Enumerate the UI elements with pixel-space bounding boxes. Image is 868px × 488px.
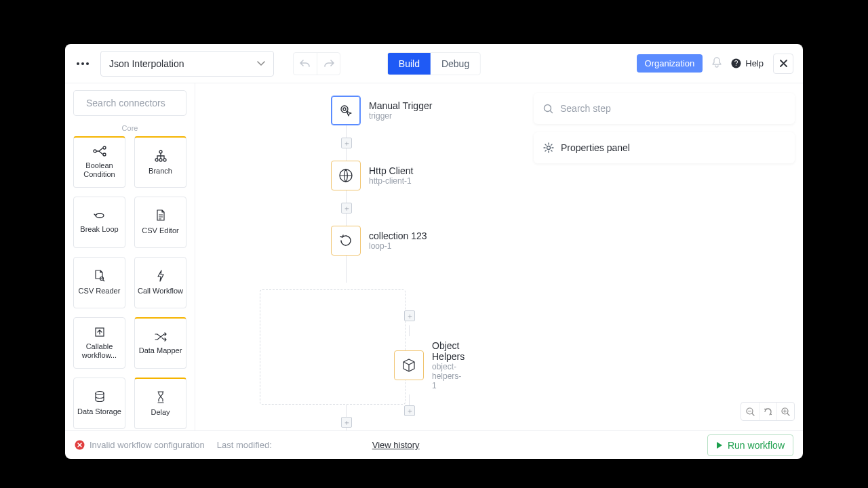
svg-point-8 bbox=[103, 153, 106, 156]
help-icon: ? bbox=[731, 58, 741, 68]
gear-icon bbox=[543, 142, 554, 153]
zoom-out-button[interactable] bbox=[741, 403, 759, 420]
connector-search[interactable] bbox=[73, 90, 186, 116]
connector-csv-editor[interactable]: CSV Editor bbox=[134, 197, 186, 248]
node-title: Manual Trigger bbox=[369, 100, 432, 111]
node-http-client[interactable]: Http Client http-client-1 bbox=[331, 161, 616, 190]
view-history-link[interactable]: View history bbox=[372, 440, 420, 450]
connector-branch[interactable]: Branch bbox=[134, 136, 186, 188]
status-bar: Invalid workflow configuration Last modi… bbox=[65, 430, 803, 459]
connector-data-mapper[interactable]: Data Mapper bbox=[134, 317, 186, 369]
connector-call-workflow[interactable]: Call Workflow bbox=[134, 257, 186, 308]
zoom-reset-button[interactable] bbox=[759, 403, 776, 420]
right-panel: Properties panel bbox=[534, 93, 795, 163]
undo-redo-group bbox=[293, 52, 340, 75]
card-label: Delay bbox=[151, 408, 170, 417]
zoom-out-icon bbox=[746, 407, 755, 416]
undo-icon bbox=[300, 59, 311, 68]
connector-callable-workflow[interactable]: Callable workflow... bbox=[73, 317, 125, 369]
error-status: Invalid workflow configuration bbox=[75, 440, 205, 450]
cursor-click-icon bbox=[338, 103, 353, 118]
tab-debug[interactable]: Debug bbox=[431, 53, 480, 75]
search-step-input[interactable] bbox=[560, 103, 785, 114]
add-step-button[interactable]: ＋ bbox=[341, 203, 352, 214]
card-label: Data Storage bbox=[77, 407, 121, 416]
help-button[interactable]: ? Help bbox=[731, 58, 764, 68]
svg-point-11 bbox=[159, 159, 162, 161]
connector-data-storage[interactable]: Data Storage bbox=[73, 378, 125, 429]
file-edit-icon bbox=[155, 209, 166, 222]
error-text: Invalid workflow configuration bbox=[90, 440, 205, 450]
loop-container: ＋ Object Helpers object-helpers-1 bbox=[260, 289, 406, 405]
workflow-selector[interactable]: Json Interpolation bbox=[100, 51, 274, 77]
card-label: Call Workflow bbox=[138, 287, 183, 296]
tab-build[interactable]: Build bbox=[388, 53, 431, 75]
connector-grid: Boolean Condition Branch Break Loop CSV … bbox=[73, 136, 186, 429]
run-label: Run workflow bbox=[728, 440, 785, 451]
section-core-label: Core bbox=[73, 124, 186, 132]
toolbar: Json Interpolation Build Debug Organizat… bbox=[65, 44, 803, 83]
add-step-button[interactable]: ＋ bbox=[341, 417, 352, 428]
node-icon-box bbox=[331, 226, 361, 256]
properties-panel-toggle[interactable]: Properties panel bbox=[534, 132, 795, 163]
node-title: Http Client bbox=[369, 165, 413, 176]
app-body: Core Boolean Condition Branch Break Loop… bbox=[65, 83, 803, 430]
app-window: Json Interpolation Build Debug Organizat… bbox=[65, 44, 803, 459]
svg-point-0 bbox=[77, 62, 79, 65]
connector-line bbox=[346, 428, 347, 430]
connector-line bbox=[346, 256, 347, 283]
run-workflow-button[interactable]: Run workflow bbox=[707, 434, 793, 456]
bell-icon bbox=[712, 57, 722, 68]
svg-point-9 bbox=[159, 150, 162, 153]
svg-point-12 bbox=[163, 159, 166, 161]
node-icon-box bbox=[394, 350, 424, 380]
svg-point-20 bbox=[547, 146, 551, 150]
redo-button[interactable] bbox=[317, 53, 340, 75]
last-modified-label: Last modified: bbox=[217, 440, 272, 450]
add-step-button[interactable]: ＋ bbox=[404, 310, 415, 321]
connector-csv-reader[interactable]: CSV Reader bbox=[73, 257, 125, 308]
zoom-controls bbox=[741, 402, 795, 421]
close-button[interactable] bbox=[773, 54, 793, 74]
error-icon bbox=[75, 440, 85, 450]
workflow-canvas[interactable]: Manual Trigger trigger ＋ Http Client htt… bbox=[195, 83, 803, 430]
connector-line bbox=[409, 325, 410, 336]
workflow-name: Json Interpolation bbox=[109, 58, 184, 69]
card-label: Break Loop bbox=[80, 225, 118, 234]
globe-icon bbox=[338, 168, 353, 183]
loop-icon bbox=[338, 233, 353, 248]
svg-text:?: ? bbox=[734, 60, 738, 67]
more-horizontal-icon bbox=[77, 62, 89, 65]
node-subtitle: http-client-1 bbox=[369, 176, 413, 186]
undo-button[interactable] bbox=[294, 53, 317, 75]
properties-label: Properties panel bbox=[561, 142, 630, 153]
svg-point-6 bbox=[94, 150, 96, 152]
more-menu-button[interactable] bbox=[75, 56, 91, 72]
connector-search-input[interactable] bbox=[86, 98, 195, 108]
card-label: CSV Reader bbox=[79, 287, 121, 296]
node-subtitle: trigger bbox=[369, 111, 432, 121]
connector-boolean-condition[interactable]: Boolean Condition bbox=[73, 136, 125, 188]
search-step-card[interactable] bbox=[534, 93, 795, 124]
node-collection-loop[interactable]: collection 123 loop-1 bbox=[331, 226, 616, 256]
zoom-in-button[interactable] bbox=[776, 403, 794, 420]
node-object-helpers[interactable]: Object Helpers object-helpers-1 bbox=[394, 340, 465, 390]
lightning-icon bbox=[157, 270, 165, 282]
shuffle-icon bbox=[154, 332, 167, 342]
card-label: CSV Editor bbox=[142, 226, 178, 235]
connector-line bbox=[346, 190, 347, 203]
connector-delay[interactable]: Delay bbox=[134, 378, 186, 429]
refresh-icon bbox=[764, 407, 772, 416]
connector-line bbox=[346, 405, 347, 417]
node-subtitle: loop-1 bbox=[369, 241, 427, 251]
add-step-button[interactable]: ＋ bbox=[341, 138, 352, 148]
notifications-button[interactable] bbox=[712, 57, 722, 70]
node-title: collection 123 bbox=[369, 230, 427, 241]
zoom-in-icon bbox=[781, 407, 790, 416]
loop-body: ＋ Object Helpers object-helpers-1 bbox=[400, 310, 465, 420]
add-step-button[interactable]: ＋ bbox=[404, 405, 415, 416]
branch-split-icon bbox=[93, 146, 106, 157]
organization-pill[interactable]: Organization bbox=[637, 54, 703, 73]
svg-point-15 bbox=[96, 392, 104, 395]
connector-break-loop[interactable]: Break Loop bbox=[73, 197, 125, 248]
